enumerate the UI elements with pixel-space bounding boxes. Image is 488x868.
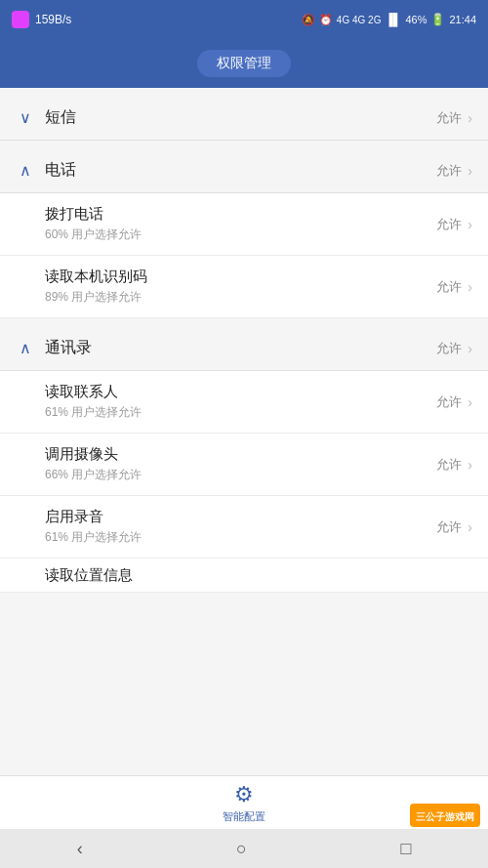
alarm-icon: ⏰ — [319, 14, 333, 26]
contacts-arrow-icon: › — [468, 341, 472, 356]
battery-icon: 🔋 — [430, 13, 445, 26]
back-button[interactable]: ‹ — [77, 839, 83, 859]
permission-read-contacts[interactable]: 读取联系人 61% 用户选择允许 允许 › — [0, 371, 488, 434]
home-button[interactable]: ○ — [236, 839, 247, 859]
status-right: 🔕 ⏰ 4G 4G 2G ▐▌ 46% 🔋 21:44 — [302, 13, 476, 26]
page-header: 权限管理 — [0, 39, 488, 88]
audio-arrow-icon: › — [468, 519, 472, 535]
permission-read-imei[interactable]: 读取本机识别码 89% 用户选择允许 允许 › — [0, 256, 488, 318]
time-display: 21:44 — [449, 14, 476, 25]
main-content: ∨ 短信 允许 › ∧ 电话 允许 › 拨打电话 60% 用户选择允许 允许 ›… — [0, 88, 488, 775]
signal-icon: ▐▌ — [385, 13, 401, 26]
nav-bar: ‹ ○ □ — [0, 829, 488, 868]
collapse-contacts-icon: ∧ — [16, 339, 35, 357]
section-contacts[interactable]: ∧ 通讯录 允许 › — [0, 326, 488, 371]
permission-dial-phone[interactable]: 拨打电话 60% 用户选择允许 允许 › — [0, 193, 488, 256]
dial-arrow-icon: › — [468, 217, 472, 232]
section-phone[interactable]: ∧ 电话 允许 › — [0, 148, 488, 193]
imei-arrow-icon: › — [468, 279, 472, 295]
collapse-icon: ∨ — [16, 108, 35, 127]
network-indicator: 4G 4G 2G — [337, 15, 382, 25]
speed-indicator: 159B/s — [35, 13, 71, 26]
permission-location-partial[interactable]: 读取位置信息 — [0, 558, 488, 593]
notification-icon: 🔕 — [302, 14, 315, 26]
recent-button[interactable]: □ — [400, 839, 411, 859]
battery-indicator: 46% — [405, 14, 427, 25]
section-sms[interactable]: ∨ 短信 允许 › — [0, 96, 488, 141]
status-bar: 159B/s 🔕 ⏰ 4G 4G 2G ▐▌ 46% 🔋 21:44 — [0, 0, 488, 39]
header-title: 权限管理 — [197, 50, 291, 77]
phone-arrow-icon: › — [468, 163, 472, 179]
arrow-icon: › — [468, 110, 472, 126]
settings-icon: ⚙ — [234, 782, 254, 807]
permission-record-audio[interactable]: 启用录音 61% 用户选择允许 允许 › — [0, 496, 488, 558]
permission-camera[interactable]: 调用摄像头 66% 用户选择允许 允许 › — [0, 434, 488, 496]
watermark: 三公子游戏网 — [410, 804, 480, 827]
collapse-phone-icon: ∧ — [16, 161, 35, 180]
camera-arrow-icon: › — [468, 457, 472, 473]
app-icon — [12, 11, 29, 28]
contacts-item-arrow: › — [468, 394, 472, 410]
status-left: 159B/s — [12, 11, 71, 28]
